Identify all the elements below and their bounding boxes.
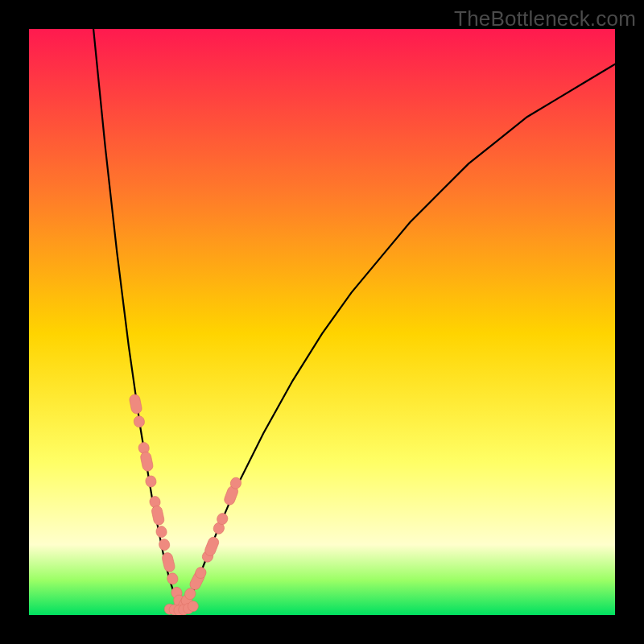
plot-area xyxy=(29,29,615,615)
chart-svg xyxy=(29,29,615,615)
watermark-text: TheBottleneck.com xyxy=(454,6,636,31)
data-marker xyxy=(188,601,198,612)
chart-frame: TheBottleneck.com xyxy=(0,0,644,644)
